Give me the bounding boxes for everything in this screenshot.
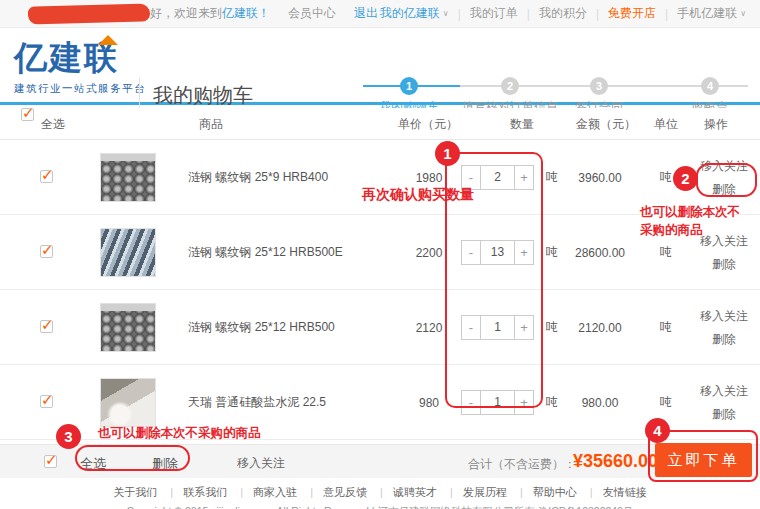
cart-summary-bar: ✓ 全选 删除 移入关注 合计（不含运费）： ¥35660.00 <box>0 444 760 478</box>
product-name[interactable]: 涟钢 螺纹钢 25*12 HRB500E <box>188 215 378 290</box>
logout-link[interactable]: 退出 <box>354 5 378 22</box>
copyright: Copyright © 2015 yijianlian.com All Righ… <box>0 505 760 509</box>
footer-link-merchant[interactable]: 商家入驻 <box>230 486 297 498</box>
column-amount: 金额（元） <box>576 108 636 140</box>
quantity-stepper: - 13 + <box>461 240 534 265</box>
move-to-favorites-link[interactable]: 移入关注 <box>700 383 748 400</box>
separator: | <box>665 7 668 21</box>
check-icon: ✓ <box>41 317 54 332</box>
footer-link-contact[interactable]: 联系我们 <box>160 486 227 498</box>
page-title: 我的购物车 <box>153 82 253 109</box>
footer-link-feedback[interactable]: 意见反馈 <box>300 486 367 498</box>
amount: 28600.00 <box>558 215 642 290</box>
logo-text: 亿建联 <box>14 41 146 74</box>
mobile-app-label: 手机亿建联 <box>677 6 737 20</box>
total-price: ¥35660.00 <box>573 451 658 472</box>
check-icon: ✓ <box>41 167 54 182</box>
bottom-select-all-checkbox[interactable]: ✓ <box>44 455 57 468</box>
quantity-stepper: - 1 + <box>461 390 534 415</box>
footer: 关于我们 联系我们 商家入驻 意见反馈 诚聘英才 发展历程 帮助中心 友情链接 … <box>0 478 760 509</box>
delete-link[interactable]: 删除 <box>712 181 736 198</box>
delete-link[interactable]: 删除 <box>712 331 736 348</box>
qty-input[interactable]: 2 <box>481 166 514 189</box>
product-image[interactable] <box>100 303 156 352</box>
qty-decrease-button[interactable]: - <box>462 391 481 414</box>
row-checkbox[interactable]: ✓ <box>40 170 53 183</box>
product-image[interactable] <box>100 228 156 277</box>
my-orders-link[interactable]: 我的订单 <box>470 5 518 22</box>
check-icon: ✓ <box>22 105 35 120</box>
row-checkbox[interactable]: ✓ <box>40 245 53 258</box>
footer-link-help[interactable]: 帮助中心 <box>510 486 577 498</box>
annotation-note-confirm-qty: 再次确认购买数量 <box>362 186 474 204</box>
qty-increase-button[interactable]: + <box>514 241 533 264</box>
footer-link-friends[interactable]: 友情链接 <box>580 486 647 498</box>
product-name[interactable]: 涟钢 螺纹钢 25*9 HRB400 <box>188 140 378 215</box>
redacted-username <box>28 3 150 24</box>
annotation-badge-1: 1 <box>435 141 460 166</box>
qty-unit: 吨 <box>546 365 558 440</box>
separator: | <box>596 7 599 21</box>
qty-increase-button[interactable]: + <box>514 316 533 339</box>
annotation-note-bottom-delete: 也可以删除本次不采购的商品 <box>98 425 261 442</box>
column-unit-price: 单价（元） <box>398 108 458 140</box>
bottom-move-to-favorites-link[interactable]: 移入关注 <box>237 455 285 472</box>
product-image[interactable] <box>100 378 156 427</box>
greeting-suffix: ！ <box>258 5 270 22</box>
qty-input[interactable]: 13 <box>481 241 514 264</box>
greeting-text: 好，欢迎来到 <box>150 5 222 22</box>
footer-link-history[interactable]: 发展历程 <box>440 486 507 498</box>
topbar: 好，欢迎来到 亿建联 ！ 会员中心 退出 我的亿建联∨ | 我的订单 | 我的积… <box>0 0 760 28</box>
bottom-select-all-label[interactable]: 全选 <box>80 455 106 473</box>
qty-decrease-button[interactable]: - <box>462 316 481 339</box>
member-center-link[interactable]: 会员中心 <box>288 5 336 22</box>
logo[interactable]: 亿建联 建筑行业一站式服务平台 <box>14 41 146 96</box>
step-3-circle: 3 <box>590 77 608 95</box>
step-4-circle: 4 <box>701 77 719 95</box>
annotation-note-delete-line2: 采购的商品 <box>640 221 740 239</box>
product-name[interactable]: 涟钢 螺纹钢 25*12 HRB500 <box>188 290 378 365</box>
separator: | <box>458 7 461 21</box>
footer-link-about[interactable]: 关于我们 <box>113 486 157 498</box>
qty-unit: 吨 <box>546 215 558 290</box>
qty-increase-button[interactable]: + <box>514 391 533 414</box>
move-to-favorites-link[interactable]: 移入关注 <box>700 308 748 325</box>
quantity-stepper: - 1 + <box>461 315 534 340</box>
qty-unit: 吨 <box>546 290 558 365</box>
row-checkbox[interactable]: ✓ <box>40 395 53 408</box>
annotation-badge-4: 4 <box>645 418 670 443</box>
total-label: 合计（不含运费）： <box>468 456 576 473</box>
qty-increase-button[interactable]: + <box>514 166 533 189</box>
brand-link[interactable]: 亿建联 <box>222 5 258 22</box>
unit-price: 2200 <box>393 215 465 290</box>
mobile-app-link[interactable]: 手机亿建联∨ <box>677 5 746 22</box>
logo-tagline: 建筑行业一站式服务平台 <box>14 82 146 96</box>
footer-link-careers[interactable]: 诚聘英才 <box>370 486 437 498</box>
my-platform-link[interactable]: 我的亿建联∨ <box>380 5 449 22</box>
qty-input[interactable]: 1 <box>481 316 514 339</box>
unit-price: 980 <box>393 365 465 440</box>
amount: 980.00 <box>558 365 642 440</box>
delete-link[interactable]: 删除 <box>712 256 736 273</box>
qty-input[interactable]: 1 <box>481 391 514 414</box>
checkout-button[interactable]: 立即下单 <box>655 443 752 477</box>
chevron-down-icon: ∨ <box>740 9 746 18</box>
annotation-note-delete: 也可以删除本次不 采购的商品 <box>640 203 740 239</box>
bottom-delete-link[interactable]: 删除 <box>152 455 178 473</box>
move-to-favorites-link[interactable]: 移入关注 <box>700 158 748 175</box>
select-all-checkbox[interactable]: ✓ <box>21 108 34 121</box>
my-points-link[interactable]: 我的积分 <box>539 5 587 22</box>
unit: 吨 <box>652 290 680 365</box>
table-header: ✓ 全选 商品 单价（元） 数量 金额（元） 单位 操作 <box>0 108 760 140</box>
header: 亿建联 建筑行业一站式服务平台 我的购物车 1 2 3 4 我的购物车 填写核对… <box>0 28 760 105</box>
amount: 2120.00 <box>558 290 642 365</box>
step-2-circle: 2 <box>501 77 519 95</box>
select-all-label[interactable]: 全选 <box>41 108 65 140</box>
delete-link[interactable]: 删除 <box>712 406 736 423</box>
qty-decrease-button[interactable]: - <box>462 241 481 264</box>
product-image[interactable] <box>100 153 156 202</box>
free-shop-link[interactable]: 免费开店 <box>608 5 656 22</box>
row-checkbox[interactable]: ✓ <box>40 320 53 333</box>
unit-price: 2120 <box>393 290 465 365</box>
check-icon: ✓ <box>45 452 58 467</box>
